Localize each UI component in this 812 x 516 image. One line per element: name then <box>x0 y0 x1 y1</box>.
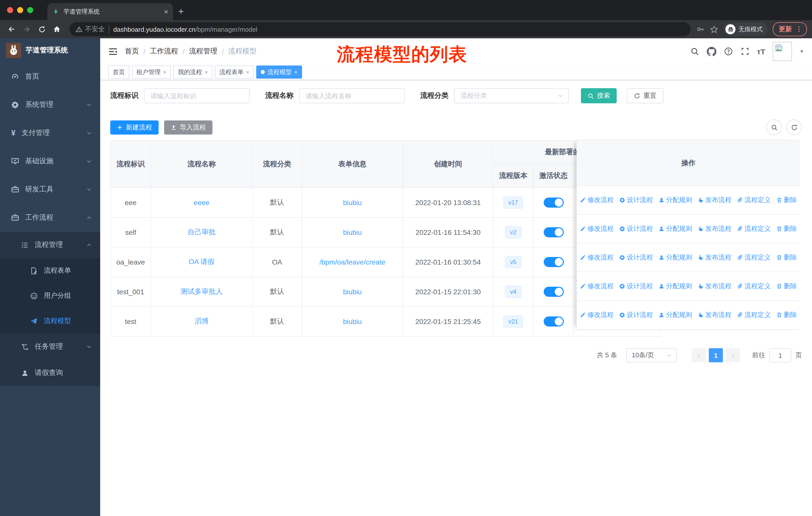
active-toggle[interactable] <box>544 257 563 267</box>
tag-tenant[interactable]: 租户管理× <box>132 65 171 79</box>
refresh-table-button[interactable] <box>786 119 802 135</box>
assign-rule-link[interactable]: 分配规则 <box>659 282 692 291</box>
close-icon[interactable]: × <box>246 69 250 75</box>
minimize-window-button[interactable] <box>17 7 23 13</box>
delete-link[interactable]: 删除 <box>776 195 797 205</box>
delete-link[interactable]: 删除 <box>776 224 797 233</box>
model-name-link[interactable]: eeee <box>194 198 209 207</box>
page-number-1[interactable]: 1 <box>709 348 723 362</box>
assign-rule-link[interactable]: 分配规则 <box>659 310 692 320</box>
breadcrumb-workflow[interactable]: 工作流程 <box>150 47 178 56</box>
model-name-link[interactable]: OA 请假 <box>189 257 215 266</box>
active-toggle[interactable] <box>544 317 563 327</box>
next-page-button[interactable]: › <box>726 348 740 362</box>
sidebar-item-process-manage[interactable]: 流程管理 <box>0 232 100 258</box>
tab-close-icon[interactable]: × <box>164 7 168 16</box>
update-button[interactable]: 更新 <box>773 22 807 36</box>
form-info-link[interactable]: biubiu <box>343 288 362 296</box>
delete-link[interactable]: 删除 <box>776 310 797 320</box>
process-category-select[interactable]: 流程分类 <box>454 88 569 103</box>
process-definition-link[interactable]: 流程定义 <box>737 224 771 233</box>
page-size-select[interactable]: 10条/页 <box>626 348 676 362</box>
key-icon[interactable] <box>697 25 705 33</box>
publish-process-link[interactable]: 发布流程 <box>698 310 731 320</box>
font-size-icon[interactable]: тT <box>757 47 765 56</box>
modify-process-link[interactable]: 修改流程 <box>580 253 614 262</box>
new-tab-button[interactable]: + <box>173 6 191 20</box>
sidebar-item-devtools[interactable]: 研发工具 <box>0 175 100 203</box>
delete-link[interactable]: 删除 <box>776 282 797 291</box>
model-name-link[interactable]: 测试多审批人 <box>180 287 223 295</box>
sidebar-item-task-manage[interactable]: 任务管理 <box>0 333 100 360</box>
forward-button[interactable] <box>20 23 33 36</box>
sidebar-item-process-form[interactable]: 流程表单 <box>0 258 100 283</box>
publish-process-link[interactable]: 发布流程 <box>698 253 731 262</box>
toggle-search-button[interactable] <box>766 119 782 135</box>
modify-process-link[interactable]: 修改流程 <box>580 310 614 320</box>
address-bar[interactable]: 不安全 dashboard.yudao.iocoder.cn/bpm/manag… <box>69 22 691 36</box>
active-toggle[interactable] <box>544 287 563 297</box>
zoom-window-button[interactable] <box>27 7 33 13</box>
assign-rule-link[interactable]: 分配规则 <box>659 253 692 262</box>
close-icon[interactable]: × <box>294 69 297 75</box>
window-controls[interactable] <box>0 0 40 20</box>
security-chip[interactable]: 不安全 <box>76 25 105 34</box>
delete-link[interactable]: 删除 <box>776 253 797 262</box>
form-info-link[interactable]: biubiu <box>343 318 362 326</box>
back-button[interactable] <box>5 23 18 36</box>
close-icon[interactable]: × <box>205 69 208 75</box>
reload-button[interactable] <box>35 23 48 36</box>
form-info-link[interactable]: /bpm/oa/leave/create <box>319 258 385 266</box>
sidebar-item-system[interactable]: 系统管理 <box>0 91 100 119</box>
home-button[interactable] <box>50 23 63 36</box>
publish-process-link[interactable]: 发布流程 <box>698 195 731 205</box>
search-button[interactable]: 搜索 <box>581 88 617 103</box>
goto-page-input[interactable] <box>769 348 791 362</box>
form-info-link[interactable]: biubiu <box>343 228 362 236</box>
active-toggle[interactable] <box>544 197 563 208</box>
sidebar-item-workflow[interactable]: 工作流程 <box>0 203 100 232</box>
publish-process-link[interactable]: 发布流程 <box>698 224 731 233</box>
design-process-link[interactable]: 设计流程 <box>619 282 653 291</box>
process-id-input[interactable] <box>144 88 250 103</box>
fullscreen-icon[interactable] <box>740 47 749 56</box>
avatar[interactable] <box>773 42 792 61</box>
model-name-link[interactable]: 自己审批 <box>187 228 216 236</box>
process-name-input[interactable] <box>299 88 405 103</box>
modify-process-link[interactable]: 修改流程 <box>580 282 614 291</box>
reset-button[interactable]: 重置 <box>627 88 664 103</box>
breadcrumb-home[interactable]: 首页 <box>125 47 139 56</box>
close-window-button[interactable] <box>7 7 13 13</box>
search-icon[interactable] <box>690 47 699 56</box>
modify-process-link[interactable]: 修改流程 <box>580 224 614 233</box>
design-process-link[interactable]: 设计流程 <box>619 224 653 233</box>
design-process-link[interactable]: 设计流程 <box>619 195 653 205</box>
github-icon[interactable] <box>706 47 716 56</box>
process-definition-link[interactable]: 流程定义 <box>737 310 771 320</box>
sidebar-item-payment[interactable]: ¥ 支付管理 <box>0 119 100 147</box>
design-process-link[interactable]: 设计流程 <box>619 253 653 262</box>
form-info-link[interactable]: biubiu <box>343 198 362 207</box>
publish-process-link[interactable]: 发布流程 <box>698 282 731 291</box>
avatar-caret-down-icon[interactable]: ▼ <box>800 49 804 54</box>
import-process-button[interactable]: 导入流程 <box>164 120 212 134</box>
process-definition-link[interactable]: 流程定义 <box>737 282 771 291</box>
bookmark-star-icon[interactable] <box>710 25 718 33</box>
browser-tab[interactable]: 芋道管理系统 × <box>47 3 173 20</box>
design-process-link[interactable]: 设计流程 <box>619 310 653 320</box>
sidebar-item-infra[interactable]: 基础设施 <box>0 147 100 175</box>
process-definition-link[interactable]: 流程定义 <box>737 195 771 205</box>
tag-my-process[interactable]: 我的流程× <box>173 65 212 79</box>
prev-page-button[interactable]: ‹ <box>692 348 706 362</box>
create-process-button[interactable]: 新建流程 <box>110 120 158 134</box>
sidebar-item-home[interactable]: 首页 <box>0 62 100 91</box>
modify-process-link[interactable]: 修改流程 <box>580 195 614 205</box>
sidebar-item-process-model[interactable]: 流程模型 <box>0 308 100 333</box>
close-icon[interactable]: × <box>163 69 166 75</box>
sidebar-item-leave-query[interactable]: 请假查询 <box>0 360 100 386</box>
kebab-menu-icon[interactable] <box>795 26 803 33</box>
breadcrumb-process-manage[interactable]: 流程管理 <box>189 47 218 56</box>
tag-process-form[interactable]: 流程表单× <box>215 65 254 79</box>
tag-home[interactable]: 首页 <box>108 65 129 79</box>
assign-rule-link[interactable]: 分配规则 <box>659 224 692 233</box>
